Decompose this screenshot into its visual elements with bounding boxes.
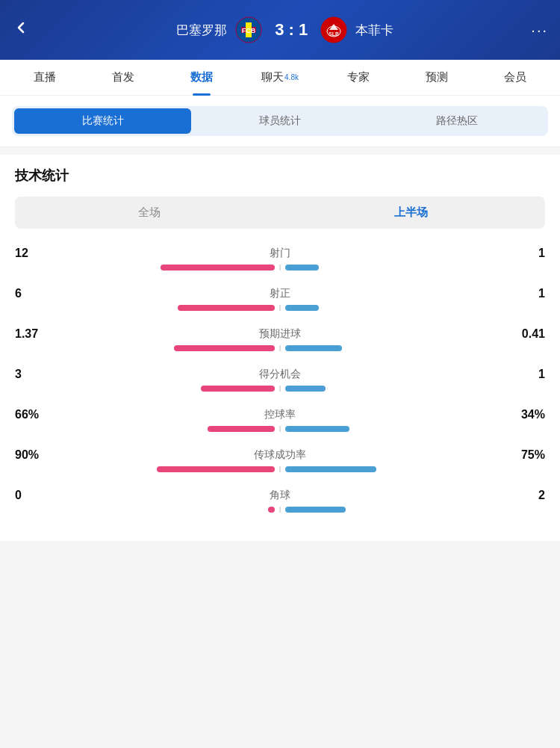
stat-right-val-6: 2	[500, 489, 545, 502]
stat-bar-left-6	[268, 507, 275, 513]
stat-row-0: 12 射门 1	[15, 247, 545, 271]
stat-left-val-4: 66%	[15, 408, 60, 421]
stat-right-val-3: 1	[500, 368, 545, 381]
stat-bar-right-0	[285, 265, 319, 271]
stat-row-5: 90% 传球成功率 75%	[15, 448, 545, 472]
sub-tab-match-stats[interactable]: 比赛统计	[14, 108, 191, 134]
stat-name-4: 控球率	[60, 408, 500, 421]
stat-left-val-5: 90%	[15, 448, 60, 462]
nav-tabs: 直播 首发 数据 聊天4.8k 专家 预测 会员	[0, 60, 560, 96]
stat-bar-divider-0	[279, 265, 281, 271]
stat-bar-left-2	[174, 345, 275, 351]
stat-name-2: 预期进球	[60, 327, 500, 341]
home-team-logo: FCB	[234, 16, 263, 44]
more-button[interactable]: ···	[531, 22, 548, 39]
stat-bar-divider-5	[279, 466, 281, 472]
sub-tab-player-stats[interactable]: 球员统计	[191, 108, 368, 134]
stat-right-val-5: 75%	[500, 448, 545, 462]
stat-bar-right-5	[285, 466, 376, 472]
stats-content: 技术统计 全场 上半场 12 射门 1 6 射正 1	[0, 155, 560, 541]
match-header: 巴塞罗那 FCB 3 : 1 SLB 本菲卡 ···	[0, 0, 560, 60]
stat-left-val-2: 1.37	[15, 327, 60, 341]
tab-member[interactable]: 会员	[476, 60, 554, 96]
sub-tabs: 比赛统计 球员统计 路径热区	[12, 106, 548, 136]
stat-left-val-3: 3	[15, 368, 60, 381]
tab-chat[interactable]: 聊天4.8k	[241, 60, 320, 96]
stat-right-val-2: 0.41	[500, 327, 545, 341]
stat-name-1: 射正	[60, 287, 500, 300]
home-team-name: 巴塞罗那	[176, 22, 227, 39]
period-full[interactable]: 全场	[18, 200, 280, 226]
away-team-logo: SLB	[320, 16, 348, 44]
stat-row-2: 1.37 预期进球 0.41	[15, 327, 545, 351]
tab-predict[interactable]: 预测	[397, 60, 476, 96]
sub-tabs-container: 比赛统计 球员统计 路径热区	[0, 96, 560, 147]
stat-right-val-4: 34%	[500, 408, 545, 421]
svg-text:FCB: FCB	[242, 27, 256, 34]
stat-bar-divider-6	[279, 507, 281, 513]
svg-text:SLB: SLB	[329, 31, 339, 37]
stat-bar-divider-1	[279, 305, 281, 311]
stat-left-val-6: 0	[15, 489, 60, 502]
stats-list: 12 射门 1 6 射正 1	[15, 247, 545, 513]
stat-name-5: 传球成功率	[60, 448, 500, 462]
stat-left-val-1: 6	[15, 287, 60, 300]
stat-bar-left-5	[157, 466, 275, 472]
section-title: 技术统计	[15, 167, 545, 185]
stat-row-4: 66% 控球率 34%	[15, 408, 545, 432]
sub-tab-heatmap[interactable]: 路径热区	[369, 108, 546, 134]
period-selector: 全场 上半场	[15, 197, 545, 229]
tab-lineup[interactable]: 首发	[84, 60, 163, 96]
away-team-name: 本菲卡	[355, 22, 393, 39]
stat-bar-left-3	[201, 386, 275, 392]
stat-bar-right-4	[285, 426, 349, 432]
chat-badge: 4.8k	[284, 73, 299, 81]
stat-name-6: 角球	[60, 489, 500, 502]
match-score: 3 : 1	[275, 20, 308, 40]
stat-right-val-0: 1	[500, 247, 545, 260]
stat-name-3: 得分机会	[60, 368, 500, 381]
stat-bar-right-3	[285, 386, 326, 392]
stat-bar-right-1	[285, 305, 319, 311]
stat-row-1: 6 射正 1	[15, 287, 545, 311]
stat-bar-right-2	[285, 345, 342, 351]
period-first-half[interactable]: 上半场	[280, 200, 542, 226]
stat-bar-right-6	[285, 507, 346, 513]
tab-live[interactable]: 直播	[6, 60, 84, 96]
tab-data[interactable]: 数据	[163, 60, 241, 96]
stat-row-6: 0 角球 2	[15, 489, 545, 513]
stat-bar-divider-4	[279, 426, 281, 432]
stat-bar-divider-2	[279, 345, 281, 351]
tab-expert[interactable]: 专家	[319, 60, 397, 96]
stat-bar-left-0	[161, 265, 275, 271]
back-button[interactable]	[12, 19, 39, 41]
stat-row-3: 3 得分机会 1	[15, 368, 545, 392]
stat-bar-left-1	[178, 305, 275, 311]
stat-name-0: 射门	[60, 247, 500, 260]
stat-right-val-1: 1	[500, 287, 545, 300]
stat-bar-divider-3	[279, 386, 281, 392]
stat-left-val-0: 12	[15, 247, 60, 260]
stat-bar-left-4	[208, 426, 275, 432]
match-info: 巴塞罗那 FCB 3 : 1 SLB 本菲卡	[39, 16, 531, 44]
